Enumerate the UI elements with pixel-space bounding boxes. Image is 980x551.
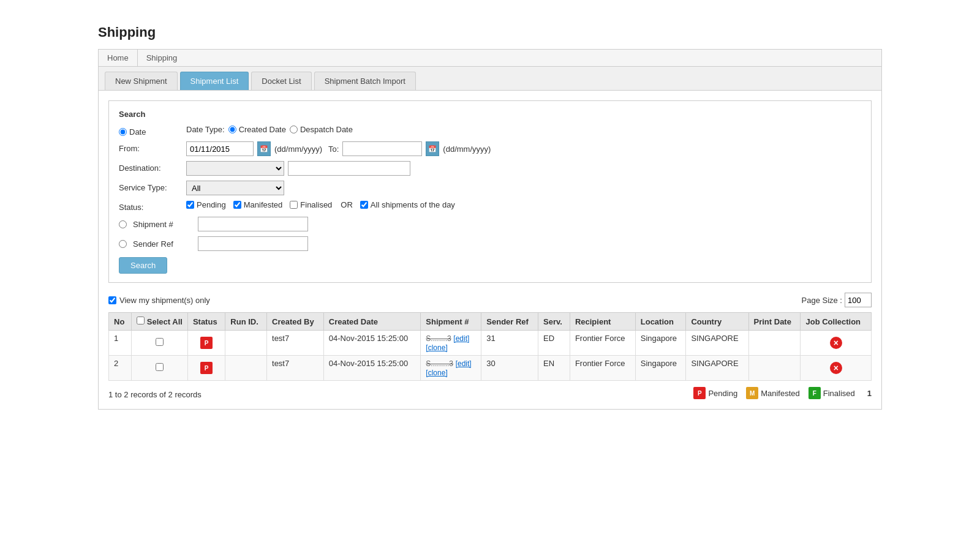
destination-controls: [186, 161, 410, 176]
cell-created-by: test7: [267, 331, 324, 356]
pending-checkbox[interactable]: [186, 201, 194, 209]
row-checkbox[interactable]: [156, 363, 164, 371]
manifested-checkbox[interactable]: [233, 201, 241, 209]
destination-select[interactable]: [186, 161, 284, 176]
legend: P Pending M Manifested F Finalised: [693, 387, 854, 399]
shipment-clone-link[interactable]: [clone]: [426, 343, 447, 352]
service-type-controls: All: [186, 181, 284, 195]
col-location: Location: [635, 313, 686, 331]
table-footer: 1 to 2 records of 2 records P Pending M …: [108, 387, 872, 399]
content-area: Search Date Date Type: Created Date: [99, 91, 881, 409]
cell-created-date: 04-Nov-2015 15:25:00: [323, 331, 421, 356]
created-date-label: Created Date: [239, 125, 286, 134]
status-icon: P: [200, 337, 213, 349]
cell-shipment-num: S........3 [edit] [clone]: [421, 331, 481, 356]
cell-shipment-num: S.........3 [edit] [clone]: [421, 356, 481, 381]
service-type-row: Service Type: All: [119, 181, 861, 195]
page-title: Shipping: [98, 24, 882, 40]
tab-new-shipment[interactable]: New Shipment: [105, 72, 178, 90]
tab-shipment-list[interactable]: Shipment List: [180, 72, 249, 90]
destination-text-input[interactable]: [288, 161, 410, 176]
col-status: Status: [187, 313, 225, 331]
date-type-label: Date Type:: [186, 125, 225, 134]
row-checkbox[interactable]: [156, 338, 164, 346]
cell-print-date: [748, 356, 801, 381]
manifested-status-label: Manifested: [244, 200, 283, 209]
finalised-checkbox-label[interactable]: Finalised: [290, 200, 332, 209]
search-button[interactable]: Search: [119, 257, 167, 274]
status-icon: P: [200, 362, 213, 374]
legend-finalised-label: Finalised: [823, 389, 855, 398]
finalised-status-label: Finalised: [300, 200, 332, 209]
legend-pending: P Pending: [693, 387, 737, 399]
cell-recipient: Frontier Force: [570, 356, 635, 381]
service-type-select[interactable]: All: [186, 181, 284, 195]
breadcrumb: Home Shipping: [98, 49, 882, 66]
col-select-all[interactable]: Select All: [132, 313, 188, 331]
shipment-edit-link[interactable]: [edit]: [456, 359, 472, 368]
pagination-current[interactable]: 1: [867, 389, 872, 398]
cell-checkbox[interactable]: [132, 331, 188, 356]
despatch-date-radio-label[interactable]: Despatch Date: [290, 125, 353, 134]
tab-shipment-batch-import[interactable]: Shipment Batch Import: [314, 72, 416, 90]
view-my-checkbox[interactable]: [108, 296, 116, 304]
col-shipment-num: Shipment #: [421, 313, 481, 331]
delete-button[interactable]: ×: [830, 362, 842, 374]
col-no: No: [109, 313, 132, 331]
sender-ref-row: Sender Ref: [119, 236, 861, 251]
main-panel: New Shipment Shipment List Docket List S…: [98, 66, 882, 410]
col-created-by: Created By: [267, 313, 324, 331]
page-size-container: Page Size :: [802, 293, 872, 307]
from-date-input[interactable]: [186, 141, 254, 156]
cell-sender-ref: 30: [481, 356, 538, 381]
page-size-input[interactable]: [845, 293, 872, 307]
manifested-checkbox-label[interactable]: Manifested: [233, 200, 283, 209]
sender-ref-radio[interactable]: [119, 240, 127, 248]
shipment-clone-link[interactable]: [clone]: [426, 369, 447, 377]
shipment-edit-link[interactable]: [edit]: [453, 334, 469, 343]
all-shipments-checkbox[interactable]: [360, 201, 368, 209]
to-date-format: (dd/mm/yyyy): [443, 144, 491, 154]
legend-manifested-label: Manifested: [761, 389, 800, 398]
date-radio-label[interactable]: Date: [119, 127, 186, 137]
tab-docket-list[interactable]: Docket List: [251, 72, 311, 90]
status-row: Status: Pending Manifested: [119, 200, 861, 212]
breadcrumb-home[interactable]: Home: [99, 50, 138, 66]
from-to-controls: 📅 (dd/mm/yyyy) To: 📅 (dd/mm/yyyy): [186, 141, 491, 156]
view-my-label[interactable]: View my shipment(s) only: [108, 296, 210, 305]
shipment-num-radio[interactable]: [119, 220, 127, 228]
from-calendar-icon[interactable]: 📅: [257, 141, 271, 156]
col-country: Country: [686, 313, 748, 331]
pending-status-label: Pending: [197, 200, 226, 209]
created-date-radio-label[interactable]: Created Date: [228, 125, 286, 134]
cell-job-collection: ×: [801, 356, 872, 381]
col-recipient: Recipient: [570, 313, 635, 331]
delete-button[interactable]: ×: [830, 337, 842, 349]
table-row: 2Ptest704-Nov-2015 15:25:00 S.........3 …: [109, 356, 872, 381]
despatch-date-radio[interactable]: [290, 126, 298, 133]
all-shipments-checkbox-label[interactable]: All shipments of the day: [360, 200, 455, 209]
all-shipments-label: All shipments of the day: [371, 200, 455, 209]
to-calendar-icon[interactable]: 📅: [426, 141, 439, 156]
date-label: Date: [129, 127, 146, 137]
sender-ref-input[interactable]: [198, 236, 308, 251]
to-date-input[interactable]: [342, 141, 422, 156]
status-label: Status:: [119, 203, 143, 212]
created-date-radio[interactable]: [228, 126, 236, 133]
cell-checkbox[interactable]: [132, 356, 188, 381]
breadcrumb-shipping[interactable]: Shipping: [138, 50, 186, 66]
select-all-checkbox[interactable]: [137, 317, 145, 324]
cell-country: SINGAPORE: [686, 331, 748, 356]
cell-sender-ref: 31: [481, 331, 538, 356]
shipment-num-input[interactable]: [198, 217, 308, 231]
shipment-num-label: Shipment #: [133, 220, 194, 229]
pending-checkbox-label[interactable]: Pending: [186, 200, 226, 209]
from-to-row: From: 📅 (dd/mm/yyyy) To: 📅 (dd/mm/yyyy): [119, 141, 861, 156]
col-sender-ref: Sender Ref: [481, 313, 538, 331]
cell-status: P: [187, 331, 225, 356]
table-row: 1Ptest704-Nov-2015 15:25:00 S........3 […: [109, 331, 872, 356]
date-radio[interactable]: [119, 128, 127, 136]
cell-serv: EN: [538, 356, 570, 381]
view-my-text: View my shipment(s) only: [119, 296, 210, 305]
finalised-checkbox[interactable]: [290, 201, 298, 209]
